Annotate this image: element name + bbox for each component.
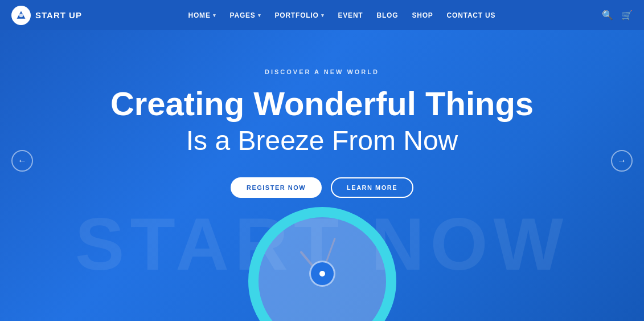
brand-logo — [11, 6, 31, 25]
portfolio-dropdown-arrow: ▾ — [321, 13, 325, 18]
nav-link-home[interactable]: HOME ▾ — [183, 7, 222, 24]
brand-name: START UP — [35, 10, 82, 20]
next-slide-button[interactable]: → — [611, 150, 633, 172]
hero-section: START NOW DISCOVER A NEW WORLD Creating … — [0, 0, 644, 321]
nav-item-contact[interactable]: CONTACT US — [441, 7, 502, 24]
hero-title-main: Creating Wonderful Things — [110, 86, 534, 122]
register-button[interactable]: REGISTER NOW — [231, 177, 322, 198]
prev-slide-button[interactable]: ← — [11, 150, 33, 172]
nav-item-event[interactable]: EVENT — [332, 7, 368, 24]
cart-icon[interactable]: 🛒 — [621, 10, 633, 21]
navbar-icons: 🔍 🛒 — [602, 10, 633, 21]
home-dropdown-arrow: ▾ — [213, 13, 216, 18]
nav-item-home[interactable]: HOME ▾ — [183, 7, 222, 24]
nav-item-portfolio[interactable]: PORTFOLIO ▾ — [269, 7, 330, 24]
nav-menu: HOME ▾ PAGES ▾ PORTFOLIO ▾ EVENT BLOG SH… — [183, 7, 502, 24]
nav-item-shop[interactable]: SHOP — [406, 7, 438, 24]
hero-subtitle: DISCOVER A NEW WORLD — [265, 68, 379, 75]
nav-item-blog[interactable]: BLOG — [371, 7, 404, 24]
nav-link-contact[interactable]: CONTACT US — [441, 7, 502, 24]
pages-dropdown-arrow: ▾ — [258, 13, 261, 18]
hero-buttons: REGISTER NOW LEARN MORE — [231, 177, 413, 198]
brand-icon — [15, 10, 27, 21]
nav-item-pages[interactable]: PAGES ▾ — [224, 7, 267, 24]
nav-link-portfolio[interactable]: PORTFOLIO ▾ — [269, 7, 330, 24]
clock-dot — [319, 271, 325, 277]
clock-center — [309, 261, 335, 287]
nav-link-shop[interactable]: SHOP — [406, 7, 438, 24]
clock-visual — [243, 213, 402, 321]
brand-logo-link[interactable]: START UP — [11, 6, 82, 25]
search-icon[interactable]: 🔍 — [602, 10, 613, 21]
nav-link-blog[interactable]: BLOG — [371, 7, 404, 24]
nav-link-pages[interactable]: PAGES ▾ — [224, 7, 267, 24]
learn-more-button[interactable]: LEARN MORE — [331, 177, 413, 198]
nav-link-event[interactable]: EVENT — [332, 7, 368, 24]
navbar: START UP HOME ▾ PAGES ▾ PORTFOLIO ▾ EVEN… — [0, 0, 644, 30]
svg-point-0 — [19, 13, 23, 17]
hero-title-sub: Is a Breeze From Now — [186, 124, 458, 157]
